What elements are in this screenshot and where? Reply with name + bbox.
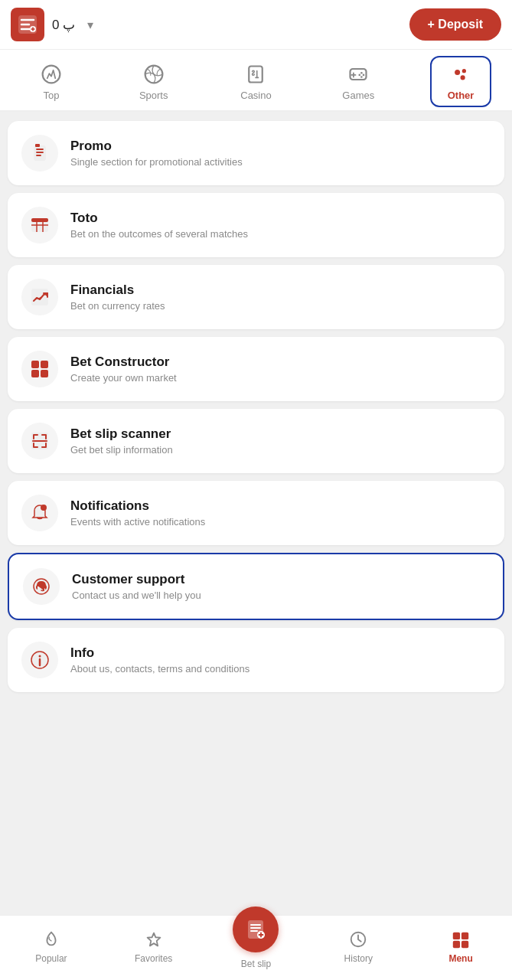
notifications-title: Notifications bbox=[70, 498, 491, 514]
popular-label: Popular bbox=[35, 953, 67, 964]
customer-support-desc: Contact us and we'll help you bbox=[72, 590, 489, 601]
info-icon-wrap bbox=[21, 642, 58, 678]
bottom-nav-menu[interactable]: Menu bbox=[430, 929, 491, 964]
menu-item-info[interactable]: Info About us, contacts, terms and condi… bbox=[8, 628, 504, 692]
bottom-nav-bet-slip[interactable]: Bet slip bbox=[225, 923, 286, 969]
bet-slip-label: Bet slip bbox=[241, 959, 271, 969]
tab-sports-label: Sports bbox=[139, 90, 168, 101]
bottom-nav-popular[interactable]: Popular bbox=[21, 929, 82, 964]
deposit-button[interactable]: + Deposit bbox=[409, 8, 501, 41]
favorites-label: Favorites bbox=[135, 953, 172, 964]
toto-title: Toto bbox=[70, 211, 491, 226]
bet-slip-scanner-desc: Get bet slip information bbox=[70, 444, 491, 456]
promo-icon-wrap bbox=[21, 135, 58, 172]
bet-constructor-title: Bet Constructor bbox=[70, 354, 491, 370]
toto-icon bbox=[30, 215, 50, 235]
menu-item-toto[interactable]: Toto Bet on the outcomes of several matc… bbox=[8, 193, 504, 257]
menu-item-financials[interactable]: Financials Bet on currency rates bbox=[8, 265, 504, 329]
other-icon bbox=[448, 62, 473, 87]
info-icon bbox=[30, 650, 50, 670]
popular-icon bbox=[41, 929, 62, 950]
svg-point-30 bbox=[39, 655, 41, 658]
header-left: 0 ‎پ ▾ bbox=[11, 8, 409, 41]
header: 0 ‎پ ▾ + Deposit bbox=[0, 0, 512, 50]
svg-rect-16 bbox=[31, 218, 48, 222]
svg-point-12 bbox=[461, 75, 465, 80]
financials-text: Financials Bet on currency rates bbox=[70, 283, 491, 312]
tab-casino-label: Casino bbox=[240, 90, 271, 101]
svg-rect-36 bbox=[461, 933, 468, 939]
bet-slip-center-icon bbox=[233, 906, 279, 952]
svg-rect-20 bbox=[31, 289, 48, 305]
logo-icon[interactable] bbox=[11, 8, 44, 41]
svg-rect-35 bbox=[453, 933, 460, 939]
games-icon bbox=[346, 62, 370, 87]
menu-item-promo[interactable]: Promo Single section for promotional act… bbox=[8, 121, 504, 185]
notifications-icon bbox=[30, 503, 50, 523]
toto-desc: Bet on the outcomes of several matches bbox=[70, 228, 491, 240]
tab-games[interactable]: Games bbox=[328, 57, 389, 106]
svg-point-7 bbox=[363, 74, 365, 77]
svg-rect-14 bbox=[35, 144, 40, 147]
bottom-nav-favorites[interactable]: Favorites bbox=[123, 929, 184, 964]
menu-item-notifications[interactable]: Notifications Events with active notific… bbox=[8, 481, 504, 545]
notifications-desc: Events with active notifications bbox=[70, 516, 491, 528]
info-title: Info bbox=[70, 645, 491, 661]
bet-constructor-text: Bet Constructor Create your own market bbox=[70, 354, 491, 384]
promo-text: Promo Single section for promotional act… bbox=[70, 139, 491, 168]
casino-icon bbox=[243, 62, 268, 87]
svg-point-8 bbox=[359, 74, 361, 77]
menu-label: Menu bbox=[448, 953, 472, 964]
financials-title: Financials bbox=[70, 283, 491, 298]
financials-desc: Bet on currency rates bbox=[70, 300, 491, 312]
tab-casino[interactable]: Casino bbox=[225, 57, 286, 106]
tab-top-label: Top bbox=[43, 90, 59, 101]
promo-desc: Single section for promotional activitie… bbox=[70, 156, 491, 168]
history-icon bbox=[347, 929, 369, 950]
customer-support-icon bbox=[31, 577, 51, 596]
svg-rect-24 bbox=[41, 370, 48, 377]
bet-constructor-desc: Create your own market bbox=[70, 372, 491, 384]
sports-icon bbox=[142, 62, 166, 87]
menu-item-bet-constructor[interactable]: Bet Constructor Create your own market bbox=[8, 337, 504, 401]
menu-item-bet-slip-scanner[interactable]: Bet slip scanner Get bet slip informatio… bbox=[8, 409, 504, 473]
notifications-text: Notifications Events with active notific… bbox=[70, 498, 491, 528]
promo-icon bbox=[30, 143, 50, 163]
svg-rect-37 bbox=[453, 941, 460, 948]
svg-rect-4 bbox=[249, 67, 263, 83]
bottom-nav: Popular Favorites Bet slip bbox=[0, 915, 512, 980]
tab-other-label: Other bbox=[448, 90, 474, 101]
financials-icon bbox=[30, 287, 50, 307]
info-text: Info About us, contacts, terms and condi… bbox=[70, 645, 491, 675]
favorites-icon bbox=[143, 929, 165, 950]
svg-point-6 bbox=[360, 72, 363, 74]
tab-other[interactable]: Other bbox=[430, 56, 491, 107]
bet-slip-scanner-icon-wrap bbox=[21, 423, 58, 459]
history-label: History bbox=[344, 953, 373, 964]
svg-point-11 bbox=[462, 69, 466, 73]
svg-rect-38 bbox=[461, 941, 468, 948]
tab-games-label: Games bbox=[342, 90, 374, 101]
info-desc: About us, contacts, terms and conditions bbox=[70, 663, 491, 675]
nav-tabs: Top Sports Casino bbox=[0, 50, 512, 112]
tab-sports[interactable]: Sports bbox=[123, 57, 184, 106]
customer-support-icon-wrap bbox=[23, 568, 60, 605]
balance-dropdown-arrow[interactable]: ▾ bbox=[87, 18, 93, 32]
toto-icon-wrap bbox=[21, 207, 58, 243]
menu-item-customer-support[interactable]: Customer support Contact us and we'll he… bbox=[8, 553, 504, 620]
bottom-nav-history[interactable]: History bbox=[328, 929, 389, 964]
svg-point-9 bbox=[360, 76, 363, 78]
svg-point-10 bbox=[455, 70, 460, 75]
svg-rect-23 bbox=[31, 370, 39, 377]
main-content: Promo Single section for promotional act… bbox=[0, 112, 512, 778]
financials-icon-wrap bbox=[21, 279, 58, 315]
svg-rect-22 bbox=[41, 361, 48, 368]
bet-slip-scanner-icon bbox=[30, 431, 50, 451]
notifications-icon-wrap bbox=[21, 495, 58, 531]
svg-rect-21 bbox=[31, 361, 39, 368]
bet-constructor-icon-wrap bbox=[21, 351, 58, 387]
svg-point-27 bbox=[41, 505, 47, 511]
top-icon bbox=[39, 62, 64, 87]
tab-top[interactable]: Top bbox=[21, 57, 82, 106]
bet-constructor-icon bbox=[30, 359, 50, 379]
